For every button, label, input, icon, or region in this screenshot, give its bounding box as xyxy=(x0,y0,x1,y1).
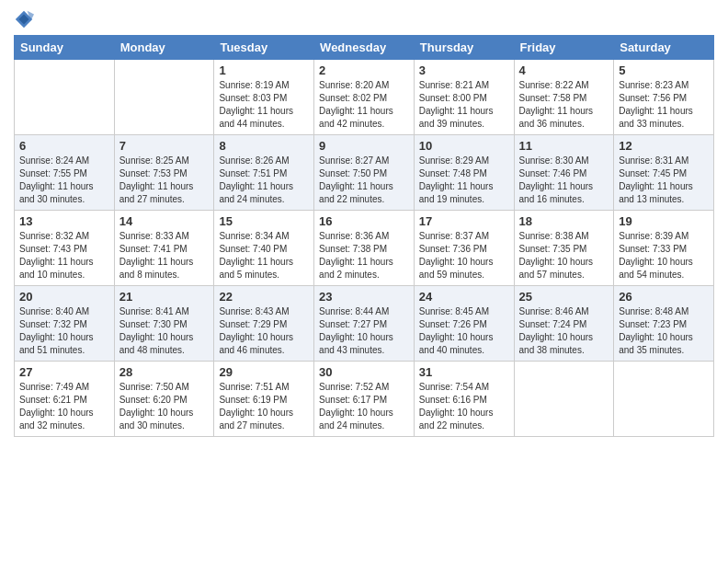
calendar-cell xyxy=(114,60,214,135)
cell-info: Sunrise: 8:25 AM Sunset: 7:53 PM Dayligh… xyxy=(119,155,210,206)
cell-info: Sunrise: 8:39 AM Sunset: 7:33 PM Dayligh… xyxy=(619,230,709,282)
date-number: 5 xyxy=(619,63,709,77)
cell-info: Sunrise: 8:36 AM Sunset: 7:38 PM Dayligh… xyxy=(319,230,409,282)
cell-info: Sunrise: 8:21 AM Sunset: 8:00 PM Dayligh… xyxy=(419,79,509,131)
date-number: 12 xyxy=(619,139,709,153)
date-number: 19 xyxy=(619,214,709,228)
cell-info: Sunrise: 8:23 AM Sunset: 7:56 PM Dayligh… xyxy=(619,79,709,131)
date-number: 3 xyxy=(419,63,509,77)
date-number: 31 xyxy=(419,365,509,379)
date-number: 21 xyxy=(119,290,210,304)
calendar-cell: 21Sunrise: 8:41 AM Sunset: 7:30 PM Dayli… xyxy=(114,286,214,362)
cell-info: Sunrise: 8:41 AM Sunset: 7:30 PM Dayligh… xyxy=(119,305,210,357)
cell-info: Sunrise: 7:54 AM Sunset: 6:16 PM Dayligh… xyxy=(419,381,509,432)
calendar-cell: 25Sunrise: 8:46 AM Sunset: 7:24 PM Dayli… xyxy=(514,286,614,362)
calendar-cell: 8Sunrise: 8:26 AM Sunset: 7:51 PM Daylig… xyxy=(214,135,314,211)
calendar-cell: 7Sunrise: 8:25 AM Sunset: 7:53 PM Daylig… xyxy=(114,135,214,211)
calendar-cell: 14Sunrise: 8:33 AM Sunset: 7:41 PM Dayli… xyxy=(114,211,214,286)
date-number: 30 xyxy=(319,365,409,379)
date-number: 28 xyxy=(119,365,210,379)
date-number: 26 xyxy=(619,290,709,304)
calendar-cell: 29Sunrise: 7:51 AM Sunset: 6:19 PM Dayli… xyxy=(214,362,314,437)
date-number: 13 xyxy=(19,214,109,228)
cell-info: Sunrise: 8:46 AM Sunset: 7:24 PM Dayligh… xyxy=(519,305,609,357)
calendar-table: SundayMondayTuesdayWednesdayThursdayFrid… xyxy=(14,35,714,437)
cell-info: Sunrise: 8:31 AM Sunset: 7:45 PM Dayligh… xyxy=(619,155,709,206)
date-number: 10 xyxy=(419,139,509,153)
cell-info: Sunrise: 7:52 AM Sunset: 6:17 PM Dayligh… xyxy=(319,381,409,432)
week-row-4: 20Sunrise: 8:40 AM Sunset: 7:32 PM Dayli… xyxy=(15,286,714,362)
cell-info: Sunrise: 8:19 AM Sunset: 8:03 PM Dayligh… xyxy=(219,79,309,131)
calendar-cell: 28Sunrise: 7:50 AM Sunset: 6:20 PM Dayli… xyxy=(114,362,214,437)
page-header xyxy=(14,9,714,29)
logo-icon xyxy=(14,9,34,29)
calendar-cell: 10Sunrise: 8:29 AM Sunset: 7:48 PM Dayli… xyxy=(414,135,514,211)
calendar-cell: 16Sunrise: 8:36 AM Sunset: 7:38 PM Dayli… xyxy=(314,211,415,286)
cell-info: Sunrise: 7:49 AM Sunset: 6:21 PM Dayligh… xyxy=(19,381,109,432)
logo xyxy=(14,9,38,29)
cell-info: Sunrise: 8:33 AM Sunset: 7:41 PM Dayligh… xyxy=(119,230,210,282)
calendar-cell: 11Sunrise: 8:30 AM Sunset: 7:46 PM Dayli… xyxy=(514,135,614,211)
week-row-3: 13Sunrise: 8:32 AM Sunset: 7:43 PM Dayli… xyxy=(15,211,714,286)
date-number: 27 xyxy=(19,365,109,379)
calendar-cell: 4Sunrise: 8:22 AM Sunset: 7:58 PM Daylig… xyxy=(514,60,614,135)
date-number: 16 xyxy=(319,214,409,228)
calendar-cell: 12Sunrise: 8:31 AM Sunset: 7:45 PM Dayli… xyxy=(614,135,714,211)
calendar-cell xyxy=(514,362,614,437)
cell-info: Sunrise: 7:51 AM Sunset: 6:19 PM Dayligh… xyxy=(219,381,309,432)
date-number: 9 xyxy=(319,139,409,153)
day-header-row: SundayMondayTuesdayWednesdayThursdayFrid… xyxy=(15,36,714,60)
date-number: 2 xyxy=(319,63,409,77)
day-header-wednesday: Wednesday xyxy=(314,36,415,60)
calendar-cell: 5Sunrise: 8:23 AM Sunset: 7:56 PM Daylig… xyxy=(614,60,714,135)
day-header-thursday: Thursday xyxy=(414,36,514,60)
calendar-cell: 13Sunrise: 8:32 AM Sunset: 7:43 PM Dayli… xyxy=(15,211,115,286)
cell-info: Sunrise: 8:48 AM Sunset: 7:23 PM Dayligh… xyxy=(619,305,709,357)
calendar-cell: 22Sunrise: 8:43 AM Sunset: 7:29 PM Dayli… xyxy=(214,286,314,362)
date-number: 4 xyxy=(519,63,609,77)
calendar-cell: 31Sunrise: 7:54 AM Sunset: 6:16 PM Dayli… xyxy=(414,362,514,437)
cell-info: Sunrise: 8:37 AM Sunset: 7:36 PM Dayligh… xyxy=(419,230,509,282)
date-number: 18 xyxy=(519,214,609,228)
cell-info: Sunrise: 8:44 AM Sunset: 7:27 PM Dayligh… xyxy=(319,305,409,357)
cell-info: Sunrise: 8:40 AM Sunset: 7:32 PM Dayligh… xyxy=(19,305,109,357)
day-header-monday: Monday xyxy=(114,36,214,60)
cell-info: Sunrise: 8:30 AM Sunset: 7:46 PM Dayligh… xyxy=(519,155,609,206)
calendar-cell: 24Sunrise: 8:45 AM Sunset: 7:26 PM Dayli… xyxy=(414,286,514,362)
cell-info: Sunrise: 8:27 AM Sunset: 7:50 PM Dayligh… xyxy=(319,155,409,206)
date-number: 22 xyxy=(219,290,309,304)
date-number: 17 xyxy=(419,214,509,228)
week-row-2: 6Sunrise: 8:24 AM Sunset: 7:55 PM Daylig… xyxy=(15,135,714,211)
date-number: 25 xyxy=(519,290,609,304)
day-header-friday: Friday xyxy=(514,36,614,60)
date-number: 20 xyxy=(19,290,109,304)
date-number: 11 xyxy=(519,139,609,153)
day-header-sunday: Sunday xyxy=(15,36,115,60)
calendar-cell: 3Sunrise: 8:21 AM Sunset: 8:00 PM Daylig… xyxy=(414,60,514,135)
date-number: 8 xyxy=(219,139,309,153)
calendar-cell: 27Sunrise: 7:49 AM Sunset: 6:21 PM Dayli… xyxy=(15,362,115,437)
cell-info: Sunrise: 8:38 AM Sunset: 7:35 PM Dayligh… xyxy=(519,230,609,282)
cell-info: Sunrise: 8:34 AM Sunset: 7:40 PM Dayligh… xyxy=(219,230,309,282)
calendar-cell: 26Sunrise: 8:48 AM Sunset: 7:23 PM Dayli… xyxy=(614,286,714,362)
calendar-cell: 1Sunrise: 8:19 AM Sunset: 8:03 PM Daylig… xyxy=(214,60,314,135)
cell-info: Sunrise: 8:20 AM Sunset: 8:02 PM Dayligh… xyxy=(319,79,409,131)
date-number: 6 xyxy=(19,139,109,153)
cell-info: Sunrise: 8:24 AM Sunset: 7:55 PM Dayligh… xyxy=(19,155,109,206)
calendar-cell xyxy=(15,60,115,135)
calendar-cell: 15Sunrise: 8:34 AM Sunset: 7:40 PM Dayli… xyxy=(214,211,314,286)
calendar-cell: 30Sunrise: 7:52 AM Sunset: 6:17 PM Dayli… xyxy=(314,362,415,437)
week-row-5: 27Sunrise: 7:49 AM Sunset: 6:21 PM Dayli… xyxy=(15,362,714,437)
calendar-cell: 18Sunrise: 8:38 AM Sunset: 7:35 PM Dayli… xyxy=(514,211,614,286)
calendar-cell: 2Sunrise: 8:20 AM Sunset: 8:02 PM Daylig… xyxy=(314,60,415,135)
date-number: 29 xyxy=(219,365,309,379)
date-number: 7 xyxy=(119,139,210,153)
day-header-tuesday: Tuesday xyxy=(214,36,314,60)
calendar-cell: 19Sunrise: 8:39 AM Sunset: 7:33 PM Dayli… xyxy=(614,211,714,286)
cell-info: Sunrise: 8:43 AM Sunset: 7:29 PM Dayligh… xyxy=(219,305,309,357)
calendar-cell: 17Sunrise: 8:37 AM Sunset: 7:36 PM Dayli… xyxy=(414,211,514,286)
calendar-cell: 9Sunrise: 8:27 AM Sunset: 7:50 PM Daylig… xyxy=(314,135,415,211)
calendar-cell: 6Sunrise: 8:24 AM Sunset: 7:55 PM Daylig… xyxy=(15,135,115,211)
cell-info: Sunrise: 8:29 AM Sunset: 7:48 PM Dayligh… xyxy=(419,155,509,206)
date-number: 1 xyxy=(219,63,309,77)
